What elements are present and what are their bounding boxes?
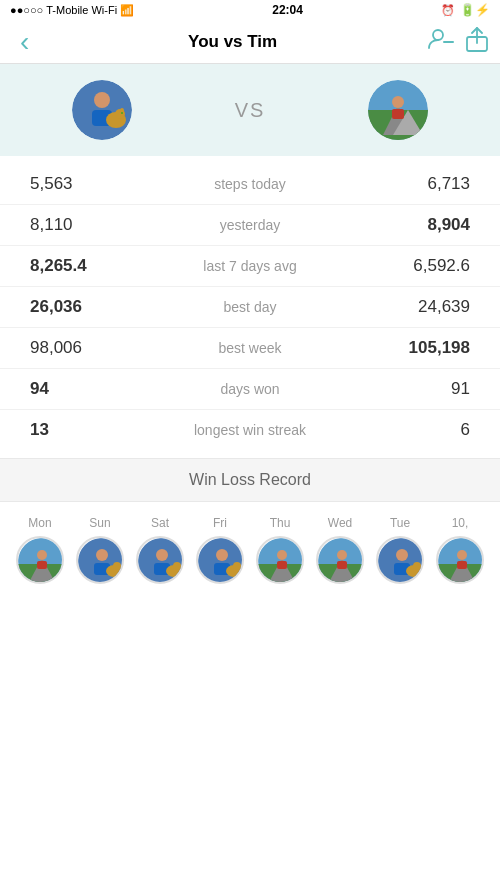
svg-point-5 [94,92,110,108]
calendar-strip[interactable]: Mon Sun Sat Fri [0,502,500,598]
day-label: Thu [270,516,291,530]
svg-point-10 [121,112,123,114]
day-label: Wed [328,516,352,530]
day-avatar [376,536,424,584]
svg-point-47 [378,538,424,584]
stat-center-label: best day [130,299,370,315]
tim-avatar [368,80,428,140]
stat-left-value: 26,036 [30,297,130,317]
svg-point-0 [433,30,443,40]
day-label: Mon [28,516,51,530]
stat-right-value: 105,198 [370,338,470,358]
svg-point-31 [173,562,181,570]
stat-center-label: steps today [130,176,370,192]
day-avatar [256,536,304,584]
vs-label: VS [235,99,266,122]
svg-rect-41 [277,561,287,569]
status-left: ●●○○○ T-Mobile Wi-Fi 📶 [10,4,134,17]
day-avatar [76,536,124,584]
stat-left-value: 8,265.4 [30,256,130,276]
win-loss-header: Win Loss Record [0,458,500,502]
svg-point-48 [396,549,408,561]
svg-point-51 [413,562,421,570]
stat-center-label: last 7 days avg [130,258,370,274]
day-avatar [16,536,64,584]
stat-left-value: 94 [30,379,130,399]
svg-point-23 [96,549,108,561]
stat-left-value: 98,006 [30,338,130,358]
svg-rect-16 [392,109,404,119]
svg-point-15 [392,96,404,108]
svg-point-26 [113,562,121,570]
svg-rect-21 [37,561,47,569]
stat-right-value: 6,713 [370,174,470,194]
nav-actions [428,27,488,57]
day-label: Fri [213,516,227,530]
page-title: You vs Tim [188,32,277,52]
svg-point-36 [233,562,241,570]
status-right: ⏰ 🔋⚡ [441,3,490,17]
stat-center-label: yesterday [130,217,370,233]
stat-left-value: 8,110 [30,215,130,235]
svg-point-20 [37,550,47,560]
remove-friend-icon[interactable] [428,28,454,56]
svg-point-28 [156,549,168,561]
stats-row: 13 longest win streak 6 [0,410,500,450]
stats-row: 26,036 best day 24,639 [0,287,500,328]
svg-rect-46 [337,561,347,569]
your-avatar [72,80,132,140]
stat-right-value: 6,592.6 [370,256,470,276]
day-label: Sun [89,516,110,530]
battery-icon: 🔋⚡ [460,3,490,17]
stats-row: 98,006 best week 105,198 [0,328,500,369]
stat-center-label: longest win streak [130,422,370,438]
signal-dots: ●●○○○ [10,4,43,16]
day-avatar [196,536,244,584]
day-avatar [136,536,184,584]
stats-row: 94 days won 91 [0,369,500,410]
vs-header: VS [0,64,500,156]
svg-point-40 [277,550,287,560]
calendar-day[interactable]: Mon [10,512,70,588]
stat-center-label: best week [130,340,370,356]
day-avatar [316,536,364,584]
day-avatar [436,536,484,584]
day-label: Sat [151,516,169,530]
win-loss-title: Win Loss Record [189,471,311,488]
stat-right-value: 8,904 [370,215,470,235]
calendar-day[interactable]: Thu [250,512,310,588]
svg-point-45 [337,550,347,560]
stats-row: 8,265.4 last 7 days avg 6,592.6 [0,246,500,287]
stat-right-value: 24,639 [370,297,470,317]
calendar-day[interactable]: Fri [190,512,250,588]
stat-center-label: days won [130,381,370,397]
back-button[interactable]: ‹ [12,24,37,60]
stat-right-value: 91 [370,379,470,399]
svg-point-55 [457,550,467,560]
stat-left-value: 5,563 [30,174,130,194]
stat-left-value: 13 [30,420,130,440]
status-bar: ●●○○○ T-Mobile Wi-Fi 📶 22:04 ⏰ 🔋⚡ [0,0,500,20]
stats-row: 8,110 yesterday 8,904 [0,205,500,246]
svg-point-22 [78,538,124,584]
svg-point-33 [216,549,228,561]
day-label: Tue [390,516,410,530]
share-icon[interactable] [466,27,488,57]
calendar-day[interactable]: Tue [370,512,430,588]
time-label: 22:04 [272,3,303,17]
stats-table: 5,563 steps today 6,713 8,110 yesterday … [0,156,500,458]
svg-point-27 [138,538,184,584]
calendar-day[interactable]: Sun [70,512,130,588]
calendar-day[interactable]: Wed [310,512,370,588]
svg-point-32 [198,538,244,584]
carrier-label: T-Mobile Wi-Fi [46,4,117,16]
nav-bar: ‹ You vs Tim [0,20,500,64]
alarm-icon: ⏰ [441,4,455,17]
svg-rect-56 [457,561,467,569]
wifi-icon: 📶 [120,4,134,17]
stat-right-value: 6 [370,420,470,440]
day-label: 10, [452,516,469,530]
stats-row: 5,563 steps today 6,713 [0,164,500,205]
calendar-day[interactable]: Sat [130,512,190,588]
calendar-day[interactable]: 10, [430,512,490,588]
